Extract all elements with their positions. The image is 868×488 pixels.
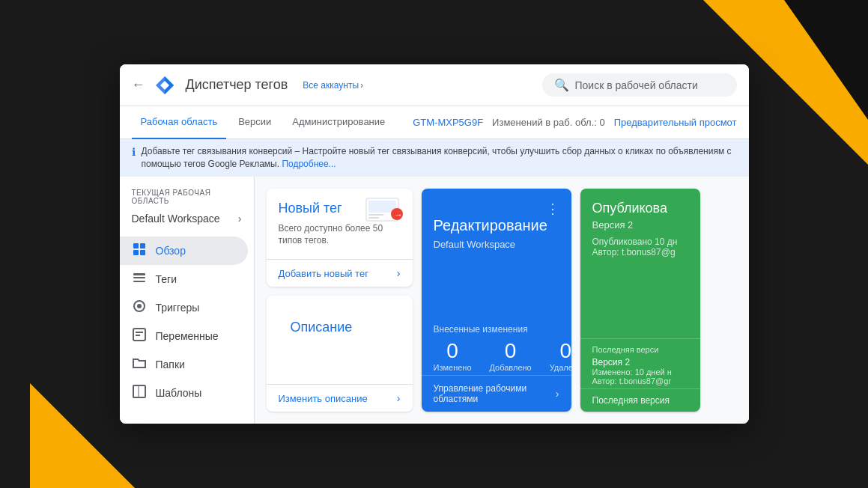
edit-card-header: ⋮ Редактирование Default Workspace <box>422 189 571 315</box>
info-banner-link[interactable]: Подробнее... <box>282 159 336 169</box>
workspace-label: ТЕКУЩАЯ РАБОЧАЯ ОБЛАСТЬ <box>132 189 242 205</box>
app-title: Диспетчер тегов <box>186 77 288 93</box>
edit-description-action[interactable]: Изменить описание › <box>267 384 413 412</box>
svg-rect-18 <box>368 214 383 216</box>
add-new-tag-label: Добавить новый тег <box>279 268 368 279</box>
manage-workspaces-label: Управление рабочими областями <box>434 383 556 404</box>
edit-card-subtitle: Default Workspace <box>434 239 559 250</box>
browser-window: ← Диспетчер тегов Все аккаунты › 🔍 Поиск… <box>120 64 749 424</box>
svg-rect-14 <box>133 385 139 397</box>
svg-rect-19 <box>368 217 379 219</box>
sidebar: ТЕКУЩАЯ РАБОЧАЯ ОБЛАСТЬ Default Workspac… <box>120 177 255 424</box>
changes-section-title: Внесенные изменения <box>434 324 559 335</box>
svg-rect-7 <box>133 281 145 282</box>
content-area: Новый тег Всего доступно более 50 типов … <box>255 177 749 424</box>
svg-rect-2 <box>140 243 145 248</box>
tags-icon <box>132 271 147 287</box>
new-tag-card: Новый тег Всего доступно более 50 типов … <box>267 189 413 287</box>
search-bar[interactable]: 🔍 Поиск в рабочей области <box>542 73 737 97</box>
added-count: 0 Добавлено <box>490 341 532 372</box>
description-card: Описание Изменить описание › <box>267 296 413 412</box>
last-version-label: Последняя верси <box>592 345 688 354</box>
added-label: Добавлено <box>490 363 532 372</box>
gtm-logo-icon <box>151 72 178 99</box>
edit-card-menu-icon[interactable]: ⋮ <box>546 201 559 217</box>
folders-icon <box>132 356 147 373</box>
breadcrumb-link[interactable]: Все аккаунты <box>303 80 359 91</box>
published-card-author: Автор: t.bonus87@g <box>592 247 688 257</box>
deleted-count: 0 Удалено <box>550 341 571 372</box>
sidebar-item-label-variables: Переменные <box>156 330 219 342</box>
workspace-section: ТЕКУЩАЯ РАБОЧАЯ ОБЛАСТЬ Default Workspac… <box>120 183 254 231</box>
manage-workspaces-arrow-icon: › <box>556 388 559 400</box>
changed-label: Изменено <box>434 363 472 372</box>
svg-rect-1 <box>133 243 139 248</box>
search-icon: 🔍 <box>554 78 569 92</box>
edit-description-arrow-icon: › <box>397 392 401 404</box>
deleted-value: 0 <box>550 341 571 362</box>
app-header: ← Диспетчер тегов Все аккаунты › 🔍 Поиск… <box>120 64 749 106</box>
back-button[interactable]: ← <box>132 77 145 93</box>
gtm-container-id: GTM-MXP5G9F <box>413 117 483 128</box>
sidebar-item-folders[interactable]: Папки <box>120 350 248 379</box>
edit-description-label: Изменить описание <box>279 393 368 404</box>
sidebar-item-tags[interactable]: Теги <box>120 265 248 293</box>
preview-button[interactable]: Предварительный просмот <box>614 117 737 128</box>
published-card-title: Опубликова <box>592 201 688 216</box>
sidebar-item-label-overview: Обзор <box>156 245 186 257</box>
svg-rect-12 <box>136 335 140 336</box>
sidebar-item-label-tags: Теги <box>156 273 177 285</box>
published-card-header: Опубликова Версия 2 Опубликовано 10 дн А… <box>580 189 700 338</box>
info-icon: ℹ <box>132 146 136 158</box>
sidebar-item-templates[interactable]: Шаблоны <box>120 379 248 407</box>
changed-count: 0 Изменено <box>434 341 472 372</box>
breadcrumb-arrow-icon: › <box>360 80 363 91</box>
left-cards-column: Новый тег Всего доступно более 50 типов … <box>267 189 413 412</box>
nav-tabs: Рабочая область Версии Администрирование… <box>120 106 749 139</box>
workspace-selector[interactable]: Default Workspace › <box>132 210 242 228</box>
svg-rect-11 <box>136 332 143 333</box>
templates-icon <box>132 385 147 401</box>
svg-rect-5 <box>133 273 145 275</box>
sidebar-item-label-folders: Папки <box>156 359 185 370</box>
svg-text:→: → <box>394 210 403 220</box>
sidebar-item-overview[interactable]: Обзор <box>120 237 248 265</box>
last-version-author: Автор: t.bonus87@gr <box>592 376 688 385</box>
published-card-version: Версия 2 <box>592 219 688 231</box>
edit-card-title: Редактирование <box>434 217 559 234</box>
added-value: 0 <box>490 341 532 362</box>
last-version-action[interactable]: Последняя версия <box>580 388 700 412</box>
svg-rect-6 <box>133 277 145 278</box>
deleted-label: Удалено <box>550 363 571 372</box>
info-banner-text: Добавьте тег связывания конверсий – Наст… <box>142 145 737 171</box>
changed-value: 0 <box>434 341 472 362</box>
search-placeholder: Поиск в рабочей области <box>575 79 698 91</box>
last-version-section: Последняя верси Версия 2 Изменено: 10 дн… <box>580 338 700 388</box>
tab-admin[interactable]: Администрирование <box>283 106 394 139</box>
changes-count: Изменений в раб. обл.: 0 <box>492 117 605 128</box>
svg-rect-4 <box>140 250 145 255</box>
svg-rect-13 <box>133 385 145 397</box>
changes-numbers: 0 Изменено 0 Добавлено 0 Удалено <box>434 341 559 372</box>
edit-card: ⋮ Редактирование Default Workspace Внесе… <box>422 189 571 412</box>
published-card-date: Опубликовано 10 дн <box>592 237 688 247</box>
tab-versions[interactable]: Версии <box>229 106 280 139</box>
description-card-title: Описание <box>279 308 401 341</box>
overview-icon <box>132 243 147 259</box>
add-new-tag-action[interactable]: Добавить новый тег › <box>267 259 413 287</box>
main-content: ТЕКУЩАЯ РАБОЧАЯ ОБЛАСТЬ Default Workspac… <box>120 177 749 424</box>
add-new-tag-arrow-icon: › <box>397 267 401 279</box>
last-version-value: Версия 2 <box>592 357 688 367</box>
workspace-arrow-icon: › <box>238 213 242 225</box>
info-banner: ℹ Добавьте тег связывания конверсий – На… <box>120 139 749 177</box>
nav-right-section: GTM-MXP5G9F Изменений в раб. обл.: 0 Пре… <box>413 117 736 128</box>
manage-workspaces-action[interactable]: Управление рабочими областями › <box>422 375 571 412</box>
new-tag-card-body: Новый тег Всего доступно более 50 типов … <box>267 189 413 260</box>
sidebar-item-variables[interactable]: Переменные <box>120 322 248 350</box>
sidebar-item-triggers[interactable]: Триггеры <box>120 293 248 322</box>
last-version-action-label: Последняя версия <box>592 395 670 406</box>
tag-illustration-icon: → <box>365 198 407 228</box>
triggers-icon <box>132 299 147 316</box>
tab-workspace[interactable]: Рабочая область <box>132 106 227 139</box>
changes-section: Внесенные изменения 0 Изменено 0 Добавле… <box>422 315 571 375</box>
